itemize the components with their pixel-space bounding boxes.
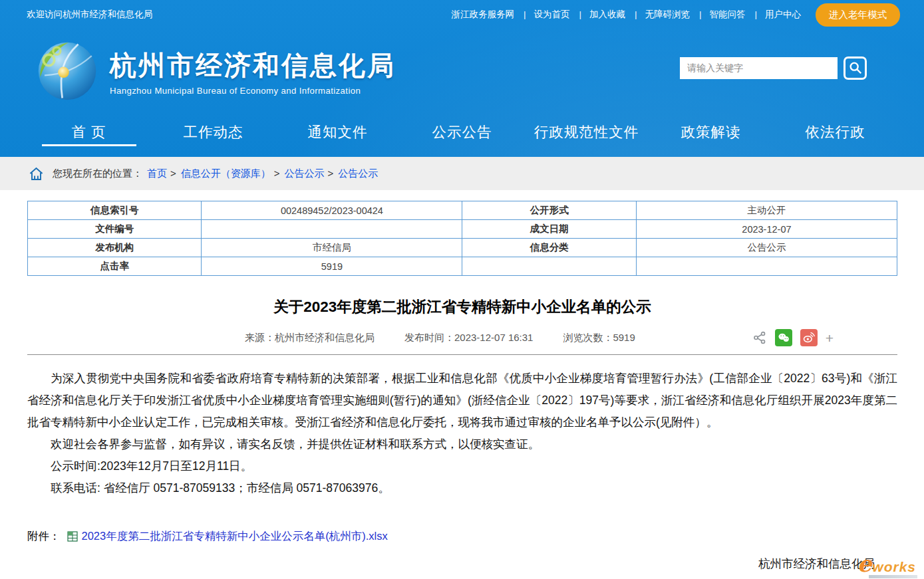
article-body: 为深入贯彻党中央国务院和省委省政府培育专精特新的决策部署，根据工业和信息化部《优… [27,368,897,499]
info-label: 成文日期 [462,220,636,239]
title-divider [27,354,897,355]
watermark-e: e [857,552,872,575]
weibo-share-icon[interactable] [800,329,818,346]
table-row: 点击率 5919 [28,257,897,276]
info-label: 公开形式 [462,201,636,220]
info-label: 信息索引号 [28,201,202,220]
nav-item-law-administration[interactable]: 依法行政 [773,113,897,157]
breadcrumb-link-announcements[interactable]: 公告公示 [285,168,334,180]
nav-item-announcements[interactable]: 公示公告 [400,113,524,157]
eworks-watermark-logo: e works [857,552,917,576]
nav-item-home[interactable]: 首 页 [27,113,151,157]
info-label: 点击率 [28,257,202,276]
excel-file-icon [67,531,78,542]
article-signature: 杭州市经济和信息化局 2023年12月7日 [27,552,897,579]
article-publish-time: 发布时间：2023-12-07 16:31 [404,332,533,344]
article-view-count: 浏览次数：5919 [563,332,635,344]
article-meta: 来源：杭州市经济和信息化局 发布时间：2023-12-07 16:31 浏览次数… [27,327,897,348]
site-subtitle: Hangzhou Municipal Bureau of Economy and… [110,86,396,96]
paragraph: 公示时间:2023年12月7日至12月11日。 [27,455,897,477]
wechat-share-icon[interactable] [775,329,792,346]
info-value: 公告公示 [636,239,897,257]
welcome-text: 欢迎访问杭州市经济和信息化局 [27,9,152,21]
breadcrumb-prefix: 您现在所在的位置： [53,168,142,180]
topbar-link-zhejiang-gov-service[interactable]: 浙江政务服务网 [450,9,516,21]
search-icon [848,60,863,75]
attachment-label: 附件： [27,529,61,544]
site-title: 杭州市经济和信息化局 [110,47,396,84]
site-logo-globe-icon [37,41,98,102]
table-row: 发布机构 市经信局 信息分类 公告公示 [28,239,897,257]
nav-item-notices[interactable]: 通知文件 [275,113,400,157]
breadcrumb: 您现在所在的位置： 首页 信息公开（资源库） 公告公示 公告公示 [0,157,924,190]
info-label: 信息分类 [462,239,636,257]
topbar-link-user-center[interactable]: 用户中心 [746,9,802,21]
watermark-works: works [871,559,917,576]
signature-date: 2023年12月7日 [27,576,875,579]
topbar-link-smart-qa[interactable]: 智能问答 [691,9,747,21]
home-icon [29,166,44,181]
main-nav: 首 页 工作动态 通知文件 公示公告 行政规范性文件 政策解读 依法行政 [0,113,924,157]
info-label: 文件编号 [28,220,202,239]
breadcrumb-link-announcements-2[interactable]: 公告公示 [338,168,378,180]
article-title: 关于2023年度第二批浙江省专精特新中小企业名单的公示 [27,296,897,317]
paragraph: 联系电话: 省经信厅 0571-87059133；市经信局 0571-87063… [27,477,897,499]
main-content: 信息索引号 002489452/2023-00424 公开形式 主动公开 文件编… [0,190,924,579]
search-input[interactable] [680,57,838,79]
info-value: 市经信局 [202,239,462,257]
site-banner: 欢迎访问杭州市经济和信息化局 浙江政务服务网 设为首页 加入收藏 无障碍浏览 智… [0,0,924,157]
info-label [462,257,636,276]
search-button[interactable] [844,57,867,80]
nav-item-work-news[interactable]: 工作动态 [151,113,275,157]
topbar: 欢迎访问杭州市经济和信息化局 浙江政务服务网 设为首页 加入收藏 无障碍浏览 智… [0,0,924,29]
signature-org: 杭州市经济和信息化局 [27,552,875,576]
breadcrumb-link-home[interactable]: 首页 [147,168,176,180]
topbar-links: 浙江政务服务网 设为首页 加入收藏 无障碍浏览 智能问答 用户中心 进入老年模式 [450,3,900,27]
table-row: 信息索引号 002489452/2023-00424 公开形式 主动公开 [28,201,897,220]
info-value [636,257,897,276]
paragraph: 为深入贯彻党中央国务院和省委省政府培育专精特新的决策部署，根据工业和信息化部《优… [27,368,897,433]
info-value: 002489452/2023-00424 [202,201,462,220]
paragraph: 欢迎社会各界参与监督，如有异议，请实名反馈，并提供佐证材料和联系方式，以便核实查… [27,433,897,455]
site-brand: 杭州市经济和信息化局 Hangzhou Municipal Bureau of … [37,41,396,102]
info-value: 主动公开 [636,201,897,220]
nav-item-policy-interpretation[interactable]: 政策解读 [649,113,773,157]
topbar-link-accessibility[interactable]: 无障碍浏览 [627,9,691,21]
attachment-row: 附件： 2023年度第二批浙江省专精特新中小企业公示名单(杭州市).xlsx [27,529,897,544]
info-value [202,220,462,239]
info-value: 5919 [202,257,462,276]
article-source: 来源：杭州市经济和信息化局 [245,332,375,344]
site-header: 杭州市经济和信息化局 Hangzhou Municipal Bureau of … [0,29,924,113]
share-buttons: + [752,329,834,346]
more-share-plus-icon[interactable]: + [826,331,834,345]
elder-mode-button[interactable]: 进入老年模式 [816,3,900,27]
info-value: 2023-12-07 [636,220,897,239]
topbar-link-add-favorite[interactable]: 加入收藏 [571,9,627,21]
document-info-table: 信息索引号 002489452/2023-00424 公开形式 主动公开 文件编… [27,201,897,276]
nav-item-regulatory-docs[interactable]: 行政规范性文件 [524,113,649,157]
search-box [680,57,867,80]
attachment-link[interactable]: 2023年度第二批浙江省专精特新中小企业公示名单(杭州市).xlsx [82,529,388,544]
table-row: 文件编号 成文日期 2023-12-07 [28,220,897,239]
topbar-link-set-homepage[interactable]: 设为首页 [516,9,571,21]
share-nodes-icon[interactable] [752,330,767,345]
breadcrumb-link-info-disclosure[interactable]: 信息公开（资源库） [181,168,280,180]
info-label: 发布机构 [28,239,202,257]
